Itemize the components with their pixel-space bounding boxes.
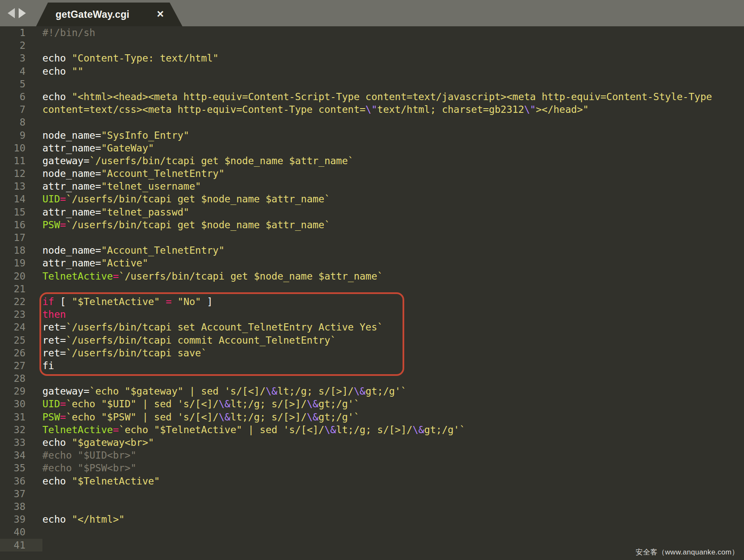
- code-text: fi: [42, 359, 744, 372]
- code-line[interactable]: 9node_name="SysInfo_Entry": [0, 129, 744, 142]
- code-line[interactable]: 3echo "Content-Type: text/html": [0, 52, 744, 64]
- code-text: echo "Content-Type: text/html": [42, 52, 744, 64]
- code-text: [42, 39, 744, 52]
- code-text: node_name="Account_TelnetEntry": [42, 167, 744, 180]
- code-text: [42, 231, 744, 244]
- code-text: UID=`echo "$UID" | sed 's/[<]/\&lt;/g; s…: [42, 398, 744, 410]
- line-number: 11: [0, 154, 42, 167]
- code-line[interactable]: 38: [0, 500, 744, 513]
- line-number: 36: [0, 475, 42, 487]
- line-number: 1: [0, 26, 42, 39]
- code-line[interactable]: 33echo "$gateway<br>": [0, 436, 744, 449]
- code-line[interactable]: 34#echo "$UID<br>": [0, 449, 744, 462]
- code-text: [42, 78, 744, 90]
- code-line[interactable]: 32TelnetActive=`echo "$TelnetActive" | s…: [0, 423, 744, 436]
- code-line[interactable]: 13attr_name="telnet_username": [0, 180, 744, 193]
- line-number: 13: [0, 180, 42, 193]
- code-line[interactable]: 29gateway=`echo "$gateway" | sed 's/[<]/…: [0, 385, 744, 398]
- line-number: 17: [0, 231, 42, 244]
- line-number: 21: [0, 283, 42, 295]
- code-line[interactable]: 36echo "$TelnetActive": [0, 475, 744, 487]
- code-line[interactable]: 11gateway=`/userfs/bin/tcapi get $node_n…: [0, 154, 744, 167]
- line-number: 7: [0, 103, 42, 116]
- code-text: attr_name="Active": [42, 257, 744, 269]
- code-line[interactable]: 40: [0, 526, 744, 538]
- code-line[interactable]: 8: [0, 116, 744, 129]
- line-number: 5: [0, 78, 42, 90]
- code-line[interactable]: 17: [0, 231, 744, 244]
- code-line[interactable]: 23then: [0, 308, 744, 321]
- line-number: 2: [0, 39, 42, 52]
- code-text: TelnetActive=`echo "$TelnetActive" | sed…: [42, 423, 744, 436]
- code-line[interactable]: 31PSW=`echo "$PSW" | sed 's/[<]/\&lt;/g;…: [0, 411, 744, 423]
- line-number: 22: [0, 295, 42, 308]
- code-line[interactable]: 27fi: [0, 359, 744, 372]
- forward-arrow-icon[interactable]: [19, 8, 26, 18]
- code-line[interactable]: 6echo "<html><head><meta http-equiv=Cont…: [0, 90, 744, 103]
- code-line[interactable]: 39echo "</html>": [0, 513, 744, 526]
- line-number: 27: [0, 359, 42, 372]
- code-text: TelnetActive=`/userfs/bin/tcapi get $nod…: [42, 270, 744, 283]
- code-line[interactable]: 1#!/bin/sh: [0, 26, 744, 39]
- code-line[interactable]: 10attr_name="GateWay": [0, 142, 744, 154]
- code-text: [42, 500, 744, 513]
- code-line[interactable]: 19attr_name="Active": [0, 257, 744, 269]
- code-line[interactable]: 25ret=`/userfs/bin/tcapi commit Account_…: [0, 334, 744, 347]
- code-text: #!/bin/sh: [42, 26, 744, 39]
- code-line[interactable]: 24ret=`/userfs/bin/tcapi set Account_Tel…: [0, 321, 744, 333]
- line-number: 6: [0, 90, 42, 103]
- code-line[interactable]: 15attr_name="telnet_passwd": [0, 206, 744, 218]
- code-text: [42, 372, 744, 385]
- code-line[interactable]: 37: [0, 487, 744, 500]
- code-text: attr_name="GateWay": [42, 142, 744, 154]
- line-number: 12: [0, 167, 42, 180]
- tab-bar: getGateWay.cgi ×: [0, 0, 744, 26]
- line-number: 34: [0, 449, 42, 462]
- code-text: if [ "$TelnetActive" = "No" ]: [42, 295, 744, 308]
- code-line[interactable]: 30UID=`echo "$UID" | sed 's/[<]/\&lt;/g;…: [0, 398, 744, 410]
- line-number: 35: [0, 462, 42, 474]
- code-line[interactable]: 12node_name="Account_TelnetEntry": [0, 167, 744, 180]
- code-line[interactable]: 35#echo "$PSW<br>": [0, 462, 744, 474]
- code-line[interactable]: 7content=text/css><meta http-equiv=Conte…: [0, 103, 744, 116]
- close-icon[interactable]: ×: [157, 3, 164, 25]
- tab-title: getGateWay.cgi: [56, 3, 129, 26]
- code-line[interactable]: 14UID=`/userfs/bin/tcapi get $node_name …: [0, 193, 744, 205]
- code-text: node_name="Account_TelnetEntry": [42, 244, 744, 257]
- code-text: UID=`/userfs/bin/tcapi get $node_name $a…: [42, 193, 744, 205]
- code-text: [42, 116, 744, 129]
- code-line[interactable]: 21: [0, 283, 744, 295]
- code-line[interactable]: 41: [0, 539, 744, 552]
- code-text: [42, 487, 744, 500]
- code-line[interactable]: 20TelnetActive=`/userfs/bin/tcapi get $n…: [0, 270, 744, 283]
- code-text: gateway=`/userfs/bin/tcapi get $node_nam…: [42, 154, 744, 167]
- code-line[interactable]: 28: [0, 372, 744, 385]
- watermark: 安全客（www.anquanke.com）: [636, 547, 739, 557]
- code-line[interactable]: 2: [0, 39, 744, 52]
- line-number: 28: [0, 372, 42, 385]
- code-line[interactable]: 16PSW=`/userfs/bin/tcapi get $node_name …: [0, 218, 744, 231]
- line-number: 33: [0, 436, 42, 449]
- line-number: 15: [0, 206, 42, 218]
- code-text: node_name="SysInfo_Entry": [42, 129, 744, 142]
- code-text: content=text/css><meta http-equiv=Conten…: [42, 103, 744, 116]
- code-lines: 1#!/bin/sh23echo "Content-Type: text/htm…: [0, 26, 744, 552]
- code-line[interactable]: 4echo "": [0, 65, 744, 78]
- line-number: 23: [0, 308, 42, 321]
- line-number: 39: [0, 513, 42, 526]
- code-text: then: [42, 308, 744, 321]
- line-number: 24: [0, 321, 42, 333]
- code-line[interactable]: 18node_name="Account_TelnetEntry": [0, 244, 744, 257]
- code-text: ret=`/userfs/bin/tcapi commit Account_Te…: [42, 334, 744, 347]
- code-text: echo "$gateway<br>": [42, 436, 744, 449]
- line-number: 38: [0, 500, 42, 513]
- tab-getgateway-cgi[interactable]: getGateWay.cgi ×: [36, 3, 182, 26]
- line-number: 8: [0, 116, 42, 129]
- code-editor[interactable]: 1#!/bin/sh23echo "Content-Type: text/htm…: [0, 26, 744, 560]
- line-number: 41: [0, 539, 42, 552]
- back-arrow-icon[interactable]: [8, 8, 15, 18]
- code-line[interactable]: 22if [ "$TelnetActive" = "No" ]: [0, 295, 744, 308]
- code-line[interactable]: 26ret=`/userfs/bin/tcapi save`: [0, 347, 744, 359]
- line-number: 16: [0, 218, 42, 231]
- code-line[interactable]: 5: [0, 78, 744, 90]
